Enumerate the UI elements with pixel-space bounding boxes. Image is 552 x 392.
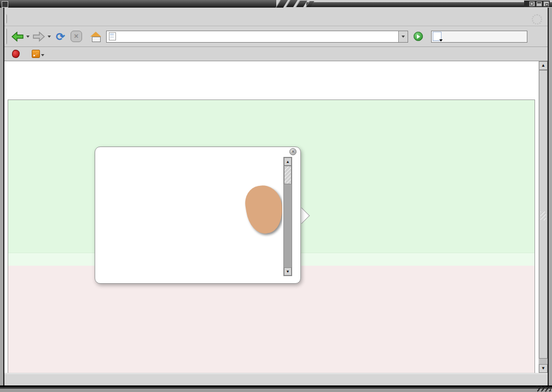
home-icon-body: [92, 37, 101, 42]
toolbar-grippy[interactable]: [5, 28, 7, 44]
scroll-thumb[interactable]: [539, 70, 548, 359]
stop-button[interactable]: ✕: [71, 31, 82, 42]
url-dropdown-caret: [402, 36, 405, 38]
scroll-up-button[interactable]: ▲: [539, 61, 548, 70]
navigation-toolbar: ⟳ ✕: [4, 26, 548, 47]
close-icon: ✕: [291, 149, 295, 154]
reload-button[interactable]: ⟳: [56, 32, 65, 42]
getting-started-icon: [12, 50, 20, 58]
resize-grip[interactable]: [537, 386, 551, 391]
titlebar[interactable]: [0, 0, 552, 8]
popup-scroll-up-button[interactable]: ▲: [284, 157, 292, 166]
page-viewport: ▲ ▼ ✕: [4, 61, 538, 373]
page-icon: [109, 32, 116, 40]
arrow-up-icon: ▲: [286, 160, 290, 163]
rss-dropdown-caret: [41, 54, 44, 56]
popup-scroll-down-button[interactable]: ▼: [284, 267, 292, 276]
window-frame-bottom: [0, 385, 552, 392]
popup-body: [102, 185, 282, 276]
firefox-window: ⟳ ✕: [0, 0, 552, 392]
arrow-up-icon: ▲: [541, 63, 545, 68]
reload-icon: ⟳: [56, 31, 65, 43]
back-button[interactable]: [11, 31, 24, 42]
bookmark-getting-started[interactable]: [12, 50, 22, 58]
minimize-icon: [530, 2, 533, 5]
go-icon: [414, 32, 423, 41]
rss-icon: [32, 50, 40, 58]
menubar: [4, 12, 548, 26]
scroll-down-button[interactable]: ▼: [539, 364, 548, 373]
throbber-icon: [532, 14, 542, 25]
url-bar[interactable]: [106, 31, 408, 43]
back-dropdown-caret[interactable]: [26, 36, 30, 38]
menubar-grippy[interactable]: [5, 14, 7, 24]
bookmarks-toolbar: [4, 47, 548, 61]
window-frame-left: [0, 8, 4, 385]
arrow-down-icon: ▼: [286, 270, 290, 273]
status-bar: [4, 373, 548, 385]
titlebar-thin-section: [306, 2, 552, 7]
bookmark-latest-headlines[interactable]: [32, 50, 47, 58]
close-icon: [545, 3, 548, 6]
minimize-button[interactable]: [529, 1, 535, 7]
forward-arrow-icon: [32, 31, 45, 42]
arrow-down-icon: ▼: [541, 366, 545, 371]
go-button[interactable]: [414, 32, 426, 41]
event-popup: ▲ ▼ ✕: [95, 147, 301, 284]
search-engine-icon[interactable]: [433, 32, 441, 41]
window-frame-right: [548, 8, 552, 385]
home-icon: [90, 32, 101, 37]
back-arrow-icon: [11, 31, 24, 42]
close-button[interactable]: [543, 1, 549, 7]
window-controls: [524, 1, 550, 7]
popup-scroll-thumb[interactable]: [284, 166, 292, 184]
search-input[interactable]: [431, 31, 527, 43]
maximize-icon: [537, 2, 541, 3]
stop-icon: ✕: [74, 33, 79, 39]
popup-scrollbar[interactable]: ▲ ▼: [283, 157, 292, 276]
maximize-button[interactable]: [536, 1, 542, 7]
home-button[interactable]: [90, 32, 102, 42]
scroll-thumb-grip: [541, 212, 546, 220]
author-photo: [243, 185, 282, 236]
forward-button[interactable]: [32, 31, 45, 42]
titlebar-left-section: [0, 0, 276, 8]
browser-scrollbar[interactable]: ▲ ▼: [538, 61, 548, 373]
url-dropdown-button[interactable]: [398, 31, 408, 42]
window-menu-icon[interactable]: [2, 1, 8, 8]
forward-dropdown-caret[interactable]: [48, 36, 51, 38]
popup-close-button[interactable]: ✕: [289, 148, 297, 155]
